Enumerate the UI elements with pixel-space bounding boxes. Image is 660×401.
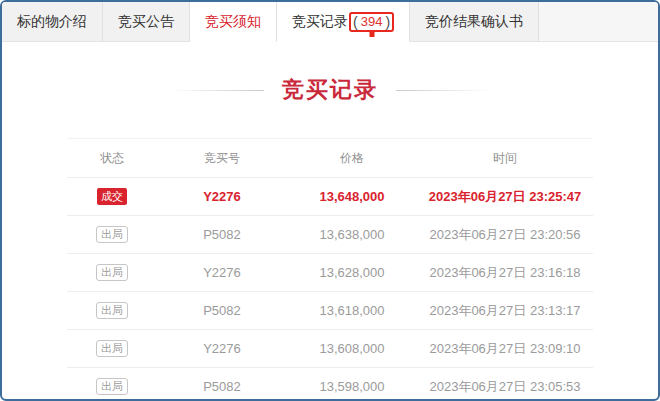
header-bidder: 竞买号: [157, 150, 287, 167]
price-cell: 13,598,000: [287, 379, 417, 394]
tab-bar-filler: [539, 2, 658, 42]
table-row: 出局 P5082 13,638,000 2023年06月27日 23:20:56: [67, 215, 593, 253]
bidder-cell: P5082: [157, 379, 287, 394]
bidder-cell: Y2276: [157, 341, 287, 356]
status-badge: 成交: [97, 188, 127, 205]
section-title-wrap: 竞买记录: [2, 72, 658, 108]
count-annotation-box: ( 394 ): [349, 12, 394, 32]
time-cell: 2023年06月27日 23:13:17: [417, 302, 593, 320]
table-row: 出局 P5082 13,598,000 2023年06月27日 23:05:53: [67, 367, 593, 401]
tab-result-confirmation[interactable]: 竞价结果确认书: [410, 2, 539, 42]
table-header-row: 状态 竞买号 价格 时间: [67, 138, 593, 177]
bid-count: 394: [361, 14, 383, 29]
header-status: 状态: [67, 150, 157, 167]
tab-bar: 标的物介绍 竞买公告 竞买须知 竞买记录 ( 394 ) 竞价结果确认书: [2, 2, 658, 42]
title-decor-line-left: [169, 90, 264, 91]
header-time: 时间: [417, 150, 593, 167]
bidder-cell: P5082: [157, 227, 287, 242]
bidder-cell: Y2276: [157, 189, 287, 204]
status-badge: 出局: [96, 378, 128, 395]
auction-page-frame: 标的物介绍 竞买公告 竞买须知 竞买记录 ( 394 ) 竞价结果确认书 竞买记…: [0, 0, 660, 401]
status-badge: 出局: [96, 340, 128, 357]
price-cell: 13,648,000: [287, 189, 417, 204]
time-cell: 2023年06月27日 23:25:47: [417, 188, 593, 206]
header-price: 价格: [287, 150, 417, 167]
page-title: 竞买记录: [282, 75, 378, 105]
tab-subject-intro[interactable]: 标的物介绍: [2, 2, 103, 42]
time-cell: 2023年06月27日 23:05:53: [417, 378, 593, 396]
tab-bid-announcement[interactable]: 竞买公告: [103, 2, 190, 42]
tab-bid-instructions[interactable]: 竞买须知: [190, 2, 277, 42]
table-row: 出局 P5082 13,618,000 2023年06月27日 23:13:17: [67, 291, 593, 329]
price-cell: 13,618,000: [287, 303, 417, 318]
tab-bid-records-label: 竞买记录: [292, 13, 348, 31]
paren-close: ): [385, 14, 390, 30]
time-cell: 2023年06月27日 23:20:56: [417, 226, 593, 244]
table-row: 成交 Y2276 13,648,000 2023年06月27日 23:25:47: [67, 177, 593, 215]
bidder-cell: Y2276: [157, 265, 287, 280]
title-decor-line-right: [396, 90, 491, 91]
time-cell: 2023年06月27日 23:09:10: [417, 340, 593, 358]
bidder-cell: P5082: [157, 303, 287, 318]
time-cell: 2023年06月27日 23:16:18: [417, 264, 593, 282]
table-row: 出局 Y2276 13,608,000 2023年06月27日 23:09:10: [67, 329, 593, 367]
status-badge: 出局: [96, 302, 128, 319]
price-cell: 13,628,000: [287, 265, 417, 280]
price-cell: 13,638,000: [287, 227, 417, 242]
tab-bid-records[interactable]: 竞买记录 ( 394 ): [277, 2, 410, 42]
table-row: 出局 Y2276 13,628,000 2023年06月27日 23:16:18: [67, 253, 593, 291]
paren-open: (: [353, 14, 358, 30]
status-badge: 出局: [96, 226, 128, 243]
status-badge: 出局: [96, 264, 128, 281]
price-cell: 13,608,000: [287, 341, 417, 356]
bid-records-table: 状态 竞买号 价格 时间 成交 Y2276 13,648,000 2023年06…: [67, 138, 593, 401]
